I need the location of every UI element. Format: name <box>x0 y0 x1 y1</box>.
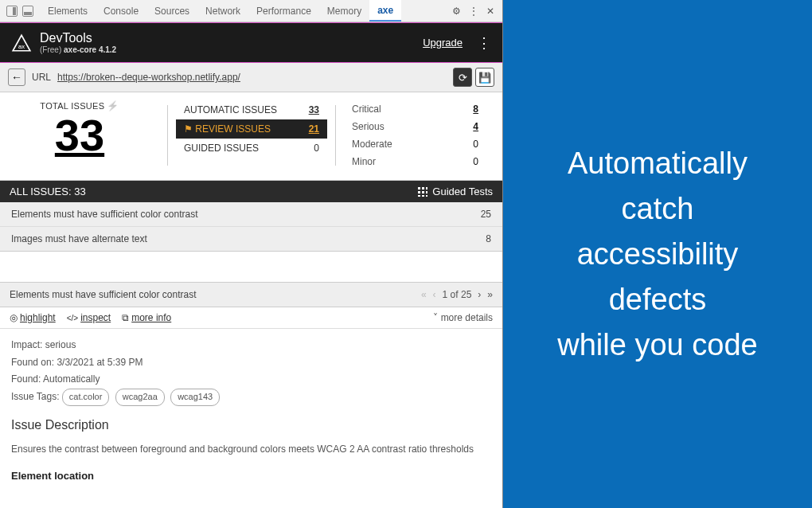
product-name: DevTools <box>40 31 116 45</box>
pager-last-icon[interactable]: » <box>487 289 493 300</box>
kebab-icon[interactable]: ⋮ <box>469 6 478 17</box>
rerun-button[interactable]: ⟳ <box>453 68 472 87</box>
issue-description-text: Ensures the contrast between foreground … <box>11 441 491 459</box>
dock-side-icon[interactable] <box>6 6 18 17</box>
all-issues-label: ALL ISSUES: 33 <box>10 186 86 197</box>
marketing-panel: Automatically catch accessibility defect… <box>503 0 812 508</box>
pager-first-icon[interactable]: « <box>421 289 427 300</box>
issue-detail-actions: highlight inspect more info more details <box>0 307 502 329</box>
scanned-url-link[interactable]: https://broken--deque-workshop.netlify.a… <box>57 72 240 83</box>
issue-detail-header: Elements must have sufficient color cont… <box>0 283 502 307</box>
severity-critical[interactable]: Critical8 <box>344 100 502 118</box>
total-issues-count[interactable]: 33 <box>55 113 104 158</box>
pager-position: 1 of 25 <box>443 289 472 300</box>
svg-text:ax: ax <box>18 42 25 49</box>
pager-next-icon[interactable]: › <box>478 289 481 300</box>
issue-row[interactable]: Images must have alternate text8 <box>0 227 502 251</box>
device-toolbar-icon[interactable] <box>22 6 33 17</box>
more-details-toggle[interactable]: more details <box>433 312 493 323</box>
axe-header: ax DevTools (Free) axe-core 4.1.2 Upgrad… <box>0 22 502 63</box>
issue-tag[interactable]: wcag2aa <box>115 389 165 406</box>
header-menu-icon[interactable]: ⋮ <box>477 36 491 50</box>
tab-axe[interactable]: axe <box>369 0 401 21</box>
tab-memory[interactable]: Memory <box>319 0 369 21</box>
issue-detail-title: Elements must have sufficient color cont… <box>10 289 421 300</box>
axe-logo-icon: ax <box>11 33 32 53</box>
all-issues-bar: ALL ISSUES: 33 Guided Tests <box>0 181 502 202</box>
guided-tests-button[interactable]: Guided Tests <box>418 186 493 197</box>
back-button[interactable]: ← <box>8 68 25 86</box>
highlight-button[interactable]: highlight <box>10 312 56 323</box>
automatic-issues-row[interactable]: AUTOMATIC ISSUES 33 <box>176 100 327 119</box>
url-bar: ← URL https://broken--deque-workshop.net… <box>0 63 502 92</box>
tab-elements[interactable]: Elements <box>40 0 96 21</box>
product-subtitle: (Free) axe-core 4.1.2 <box>40 45 116 54</box>
grid-icon <box>418 187 427 197</box>
issue-pager: « ‹ 1 of 25 › » <box>421 289 493 300</box>
marketing-headline: Automatically catch accessibility defect… <box>557 141 757 368</box>
issue-tag[interactable]: cat.color <box>62 389 110 406</box>
severity-breakdown: Critical8 Serious4 Moderate0 Minor0 <box>344 100 502 170</box>
spacer <box>0 251 502 283</box>
upgrade-link[interactable]: Upgrade <box>423 37 463 49</box>
severity-minor[interactable]: Minor0 <box>344 153 502 170</box>
url-label: URL <box>32 72 51 83</box>
issue-type-breakdown: AUTOMATIC ISSUES 33 REVIEW ISSUES 21 GUI… <box>176 100 327 170</box>
severity-moderate[interactable]: Moderate0 <box>344 135 502 153</box>
issue-tag[interactable]: wcag143 <box>170 389 220 406</box>
issue-detail-body: Impact: serious Found on: 3/3/2021 at 5:… <box>0 329 502 493</box>
issue-row[interactable]: Elements must have sufficient color cont… <box>0 202 502 227</box>
close-icon[interactable]: ✕ <box>486 6 494 17</box>
tab-sources[interactable]: Sources <box>146 0 197 21</box>
pager-prev-icon[interactable]: ‹ <box>433 289 436 300</box>
more-info-link[interactable]: more info <box>122 312 171 323</box>
devtools-tab-bar: Elements Console Sources Network Perform… <box>0 0 502 22</box>
tab-console[interactable]: Console <box>96 0 146 21</box>
review-issues-row[interactable]: REVIEW ISSUES 21 <box>176 119 327 139</box>
severity-serious[interactable]: Serious4 <box>344 118 502 135</box>
tab-performance[interactable]: Performance <box>248 0 319 21</box>
inspect-button[interactable]: inspect <box>67 312 111 323</box>
element-location-heading: Element location <box>11 467 491 485</box>
tab-network[interactable]: Network <box>197 0 248 21</box>
guided-issues-row[interactable]: GUIDED ISSUES 0 <box>176 139 327 158</box>
issue-list: Elements must have sufficient color cont… <box>0 202 502 251</box>
issue-summary: TOTAL ISSUES 33 AUTOMATIC ISSUES 33 REVI… <box>0 92 502 181</box>
devtools-panel: Elements Console Sources Network Perform… <box>0 0 503 508</box>
gear-icon[interactable]: ⚙ <box>452 6 461 17</box>
issue-description-heading: Issue Description <box>11 414 491 437</box>
save-button[interactable]: 💾 <box>475 68 494 87</box>
